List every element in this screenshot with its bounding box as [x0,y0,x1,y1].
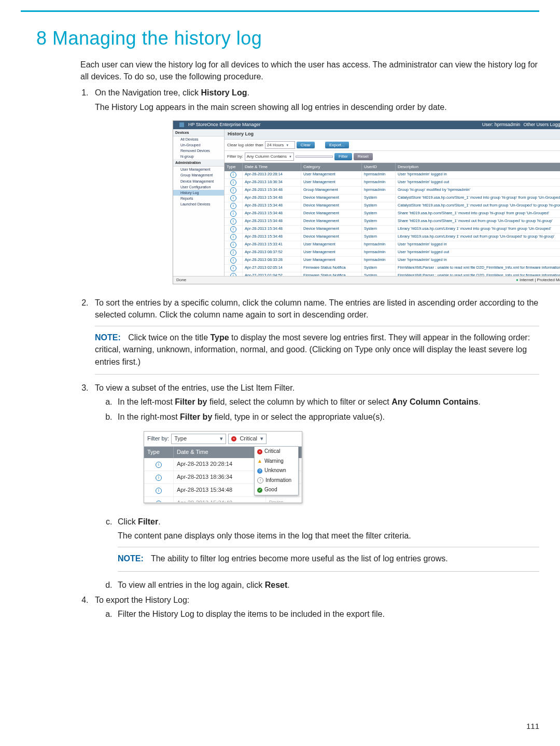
note-label: NOTE: [95,333,121,342]
log-row[interactable]: iApr-28-2013 15:34:48Device ManagementSy… [225,202,560,210]
note-label: NOTE: [118,554,144,563]
col-type[interactable]: Type [225,163,243,171]
col-category[interactable]: Category [301,163,362,171]
log-row[interactable]: iApr-28-2013 15:34:48Device ManagementSy… [225,233,560,241]
log-row[interactable]: iApr-28-2013 15:33:41User Managementhprm… [225,241,560,249]
clear-older-label: Clear log older than [227,142,263,148]
col-userid[interactable]: UserID [362,163,396,171]
filter-by-label: Filter by: [227,154,243,160]
log-row[interactable]: iApr-28-2013 15:34:48Device ManagementSy… [225,210,560,218]
col-description[interactable]: Description [396,163,560,171]
log-row[interactable]: iApr-28-2013 18:36:34User Managementhprm… [225,179,560,187]
row-description: FirmWareXMLParser : unable to read xml f… [396,272,560,276]
severity-dropdown-menu[interactable]: ×Critical ▲Warning ?Unknown !Information… [254,446,299,495]
log-row[interactable]: iApr-28-2013 15:34:48Group Managementhpr… [225,187,560,195]
row-date: Apr-28-2013 15:34:48 [243,210,301,217]
menu-information[interactable]: !Information [255,476,298,486]
row-description: FirmWareXMLParser : unable to read xml f… [396,265,560,272]
col-date-time[interactable]: Date & Time [243,163,301,171]
row-date: Apr-28-2013 08:33:28 [243,257,301,264]
log-row[interactable]: iApr-27-2013 01:04:52Firmware Status Not… [225,272,560,276]
row-category: User Management [301,257,362,264]
row-date-small: Apr-28-2013 20:28:14 [174,458,266,471]
nav-hi-group[interactable]: hi-group [173,154,224,159]
step-1: On the Navigation tree, click History Lo… [91,87,539,284]
nav-device-management[interactable]: Device Management [173,178,224,184]
nav-all-devices[interactable]: All Devices [173,136,224,142]
log-table-header[interactable]: Type Date & Time Category UserID Descrip… [225,163,560,171]
row-userid: hprmsadmin [362,187,396,194]
navigation-tree[interactable]: Devices All Devices Un-Grouped Removed D… [173,129,225,276]
nav-history-log[interactable]: History Log [173,190,224,196]
nav-user-management[interactable]: User Management [173,167,224,172]
menu-warning[interactable]: ▲Warning [255,457,298,466]
info-icon: i [230,257,236,264]
log-row[interactable]: iApr-28-2013 20:28:14User Managementhprm… [225,171,560,179]
row-userid: hprmsadmin [362,241,396,248]
filter-dropdown-screenshot: Filter by: Type ×Critical ×Critical ▲War… [144,431,302,503]
nav-un-grouped[interactable]: Un-Grouped [173,142,224,148]
row-userid: System [362,202,396,210]
info-icon: i [230,242,236,248]
log-row[interactable]: iApr-28-2013 08:33:28User Managementhprm… [225,257,560,265]
filter-button[interactable]: Filter [334,153,352,160]
nav-group-management[interactable]: Group Management [173,172,224,178]
row-date: Apr-28-2013 15:34:48 [243,233,301,241]
step-3a: In the left-most Filter by field, select… [115,396,539,408]
status-bar: Done ● Internet | Protected Mode: Off 🔍 … [173,276,560,284]
row-description: User 'hprmsadmin' logged out [396,249,560,256]
row-category: User Management [301,179,362,186]
log-row[interactable]: iApr-27-2013 02:05:14Firmware Status Not… [225,265,560,272]
row-date: Apr-28-2013 18:36:34 [243,179,301,186]
row-description: CatalystStore 'ht019.usa.hp.com/Store_1'… [396,195,560,202]
menu-unknown[interactable]: ?Unknown [255,466,298,476]
nav-devices-header: Devices [173,129,224,136]
row-date: Apr-27-2013 01:04:52 [243,272,301,276]
row-category: Device Management [301,210,362,217]
step-3b: In the right-most Filter by field, type … [115,411,539,503]
row-description: Library 'ht019.usa.hp.com/Library 1' mov… [396,233,560,241]
info-icon: i [230,234,236,240]
row-date-small: Apr-28-2013 15:34:48 [174,484,266,496]
other-users-label: Other Users Logged In: 0 [523,121,560,128]
row-category: Device Management [301,233,362,241]
row-date: Apr-28-2013 15:34:48 [243,195,301,202]
row-userid: System [362,265,396,272]
row-category: Device Management [301,195,362,202]
row-category: User Management [301,249,362,256]
row-description: CatalystStore 'ht019.usa.hp.com/Store_1'… [396,202,560,210]
row-date: Apr-28-2013 15:33:41 [243,241,301,248]
info-icon: i [230,226,236,232]
log-row[interactable]: iApr-28-2013 15:34:48Device ManagementSy… [225,195,560,202]
menu-critical[interactable]: ×Critical [255,447,298,457]
export-button[interactable]: Export... [325,142,349,149]
log-row[interactable]: iApr-28-2013 15:34:48Device ManagementSy… [225,218,560,226]
nav-removed-devices[interactable]: Removed Devices [173,148,224,154]
nav-launched-devices[interactable]: Launched Devices [173,201,224,207]
clear-older-select[interactable]: 24 Hours [265,141,295,149]
status-done: Done [176,277,186,283]
row-userid: System [362,272,396,276]
info-icon: i [156,462,162,468]
row-description: Group 'hi-group' modified by 'hprmsadmin… [396,187,560,194]
row-category: Firmware Status Notifica [301,265,362,272]
filter-value-small-select[interactable]: ×Critical [228,434,267,444]
nav-reports[interactable]: Reports [173,196,224,201]
row-userid: System [362,218,396,225]
menu-good[interactable]: ✓Good [255,485,298,495]
filter-value-input[interactable] [296,156,333,158]
clear-button[interactable]: Clear [297,142,315,149]
nav-admin-header: Administration [173,159,224,167]
col-type-small[interactable]: Type [144,447,174,458]
note-type-sort: NOTE: Click twice on the title Type to d… [95,326,539,375]
row-category: User Management [301,241,362,248]
filter-column-select[interactable]: Any Column Contains [245,153,294,161]
page-top-rule [21,10,539,12]
filter-row[interactable]: iApr-28-2013 15:34:48Device Management [144,497,302,503]
row-category: Device Management [301,202,362,210]
log-row[interactable]: iApr-28-2013 08:37:52User Managementhprm… [225,249,560,257]
nav-user-configuration[interactable]: User Configuration [173,184,224,190]
filter-column-small-select[interactable]: Type [171,434,226,444]
log-row[interactable]: iApr-28-2013 15:34:48Device ManagementSy… [225,226,560,233]
reset-button[interactable]: Reset [354,153,373,160]
